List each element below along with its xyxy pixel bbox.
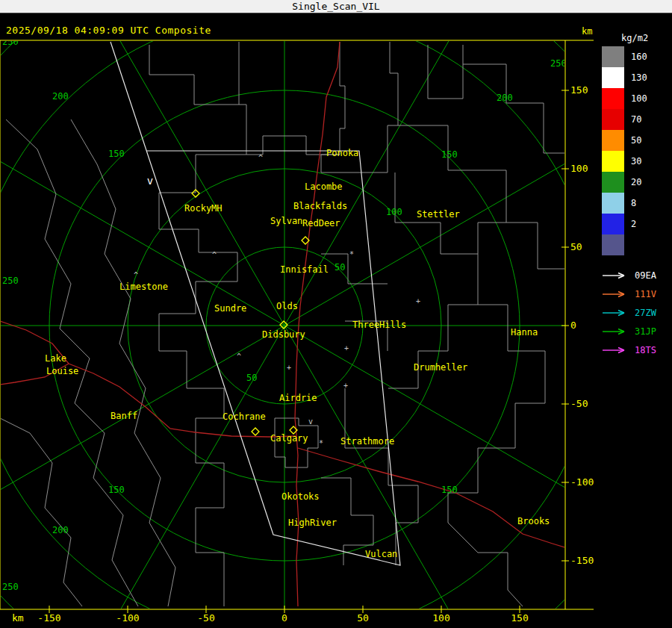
city-label: Cochrane xyxy=(223,411,266,422)
right-axis-label: -50 xyxy=(570,398,588,409)
scale-row: 20 xyxy=(602,172,672,193)
range-label: 250 xyxy=(2,276,19,286)
scale-value-label: 30 xyxy=(631,156,641,167)
window-titlebar[interactable]: Single_Scan_VIL xyxy=(0,0,672,13)
scale-value-label: 100 xyxy=(631,93,647,104)
right-axis-label: 150 xyxy=(570,84,588,96)
county-boundary xyxy=(388,172,478,388)
county-boundary xyxy=(388,42,398,172)
scan-area-outline xyxy=(111,42,400,565)
bottom-axis-label: 50 xyxy=(357,612,369,624)
city-label: ThreeHills xyxy=(352,320,406,330)
highway-line xyxy=(298,448,564,547)
range-label: 200 xyxy=(52,91,69,102)
city-label: Didsbury xyxy=(262,329,305,340)
scale-value-label: 20 xyxy=(631,177,641,187)
scale-swatch xyxy=(602,130,624,151)
city-label: Ponoka xyxy=(326,148,358,158)
track-arrow-icon xyxy=(602,327,630,336)
city-label: Innisfail xyxy=(280,264,329,275)
city-label: Stettler xyxy=(417,209,460,220)
track-id-label: 31JP xyxy=(635,326,656,337)
scale-swatch xyxy=(602,46,624,67)
bottom-axis-label: -150 xyxy=(37,612,60,624)
county-boundary xyxy=(159,229,237,314)
point-marker: ^ xyxy=(258,154,263,162)
scale-value-label: 130 xyxy=(631,72,647,83)
point-marker: * xyxy=(319,439,323,447)
city-label: Calgary xyxy=(270,433,308,444)
radar-map[interactable]: 2502001505010015020025025050150200250150… xyxy=(0,0,672,628)
scale-value-label: 70 xyxy=(631,114,641,125)
scale-row: 130 xyxy=(602,67,672,88)
point-marker: + xyxy=(416,297,420,305)
bottom-axis-label: 0 xyxy=(281,612,287,624)
scale-row: 160 xyxy=(602,46,672,67)
legend-panel: kg/m2 1601301007050302082 09EA111V27ZW31… xyxy=(602,33,672,359)
city-label: Lacombe xyxy=(305,181,343,192)
track-id-label: 111V xyxy=(635,289,656,299)
city-label: Blackfalds xyxy=(293,201,347,211)
azimuth-spoke xyxy=(284,0,481,326)
county-boundary xyxy=(149,45,239,105)
track-row: 31JP xyxy=(602,322,672,341)
radar-app-window: 2502001505010015020025025050150200250150… xyxy=(0,0,672,628)
legend-unit-label: kg/m2 xyxy=(621,33,672,43)
point-marker: * xyxy=(349,250,354,258)
city-label: Louise xyxy=(46,366,78,376)
track-row: 18TS xyxy=(602,341,672,359)
track-row: 09EA xyxy=(602,266,672,285)
point-marker: + xyxy=(287,364,291,372)
city-label: Vulcan xyxy=(365,549,397,559)
bottom-axis-label: 100 xyxy=(432,612,449,624)
scale-row xyxy=(602,234,672,255)
city-label: Lake xyxy=(45,353,66,364)
bottom-axis-label: 150 xyxy=(511,612,528,624)
track-id-label: 09EA xyxy=(635,270,656,281)
range-label: 200 xyxy=(52,525,69,535)
right-axis-label: -100 xyxy=(570,476,594,488)
range-label: 250 xyxy=(2,582,19,592)
track-row: 111V xyxy=(602,285,672,303)
city-label: Airdrie xyxy=(279,393,317,403)
point-marker: + xyxy=(344,344,349,352)
scale-swatch xyxy=(602,151,624,172)
azimuth-spoke xyxy=(0,130,284,326)
track-arrow-icon xyxy=(602,290,630,299)
range-label: 50 xyxy=(246,373,257,383)
scale-swatch xyxy=(602,193,624,214)
track-id-label: 27ZW xyxy=(635,308,656,318)
scale-value-label: 2 xyxy=(631,219,636,229)
scale-swatch xyxy=(602,172,624,193)
range-label: 100 xyxy=(386,207,402,217)
city-label: Brooks xyxy=(517,516,550,526)
city-label: Sylvan xyxy=(270,216,302,226)
bottom-axis-unit: km xyxy=(12,612,24,624)
county-boundary xyxy=(159,314,224,606)
scale-swatch xyxy=(602,67,624,88)
right-axis-label: -150 xyxy=(570,555,594,566)
city-marker-icon xyxy=(252,428,259,435)
right-axis-label: 50 xyxy=(570,241,582,252)
range-label: 50 xyxy=(335,262,345,273)
scale-swatch xyxy=(602,214,624,234)
point-marker: ^ xyxy=(212,251,217,259)
city-label: Limestone xyxy=(119,282,168,292)
right-axis-label: 100 xyxy=(570,163,588,174)
county-boundary xyxy=(0,418,82,606)
window-title: Single_Scan_VIL xyxy=(292,1,379,12)
track-row: 27ZW xyxy=(602,303,672,322)
right-axis-unit-label: km xyxy=(582,26,592,37)
color-scale: 1601301007050302082 xyxy=(602,46,672,255)
right-axis-label: 0 xyxy=(570,320,576,331)
county-boundary xyxy=(6,119,138,606)
city-label: Okotoks xyxy=(281,491,320,502)
point-marker: v xyxy=(308,417,313,426)
range-label: 200 xyxy=(497,93,513,103)
bottom-axis-label: -100 xyxy=(116,612,139,624)
storm-track-legend: 09EA111V27ZW31JP18TS xyxy=(602,266,672,359)
city-label: Drumheller xyxy=(414,362,467,373)
scale-row: 30 xyxy=(602,151,672,172)
track-arrow-icon xyxy=(602,271,630,280)
scale-row: 2 xyxy=(602,214,672,234)
